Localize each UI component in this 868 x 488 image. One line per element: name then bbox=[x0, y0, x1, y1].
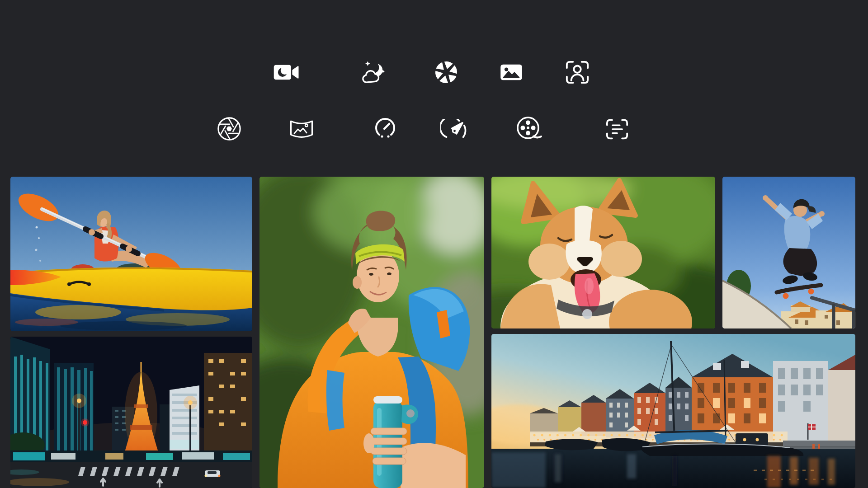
aperture-icon-glyph bbox=[434, 61, 458, 84]
scan-text-icon[interactable] bbox=[605, 118, 629, 140]
photo-icon-glyph bbox=[499, 63, 524, 82]
panorama-icon-glyph bbox=[288, 117, 315, 140]
photo-skateboarder[interactable] bbox=[722, 177, 855, 328]
night-scene-icon-glyph bbox=[358, 60, 386, 85]
photo-tokyo-art bbox=[10, 337, 252, 488]
photo-hiker-art bbox=[259, 177, 484, 488]
photo-corgi[interactable] bbox=[491, 177, 715, 328]
night-video-icon[interactable] bbox=[273, 62, 300, 82]
aperture-outline-icon[interactable] bbox=[216, 116, 242, 142]
exposure-dial-icon[interactable] bbox=[373, 117, 397, 141]
aperture-icon[interactable] bbox=[434, 61, 458, 84]
photo-nyhavn-art bbox=[491, 334, 855, 488]
photo-icon[interactable] bbox=[499, 63, 524, 82]
scan-text-icon-glyph bbox=[605, 118, 629, 140]
photo-skateboarder-art bbox=[722, 177, 855, 328]
photo-nyhavn-harbor[interactable] bbox=[491, 334, 855, 488]
aperture-outline-icon-glyph bbox=[216, 116, 242, 142]
speedometer-icon[interactable] bbox=[440, 119, 469, 140]
night-video-icon-glyph bbox=[273, 62, 300, 82]
film-reel-icon-glyph bbox=[515, 115, 542, 142]
photo-corgi-art bbox=[491, 177, 715, 328]
exposure-dial-icon-glyph bbox=[373, 117, 397, 141]
photo-tokyo-night-street[interactable] bbox=[10, 337, 252, 488]
film-reel-icon[interactable] bbox=[515, 115, 542, 142]
night-scene-icon[interactable] bbox=[358, 60, 386, 85]
photo-hiker-portrait[interactable] bbox=[259, 177, 484, 488]
photo-kayaking[interactable] bbox=[10, 177, 252, 331]
portrait-scan-icon-glyph bbox=[565, 60, 590, 84]
speedometer-icon-glyph bbox=[440, 119, 469, 140]
portrait-scan-icon[interactable] bbox=[565, 60, 590, 84]
panorama-icon[interactable] bbox=[288, 117, 315, 140]
photo-kayaking-art bbox=[10, 177, 252, 331]
